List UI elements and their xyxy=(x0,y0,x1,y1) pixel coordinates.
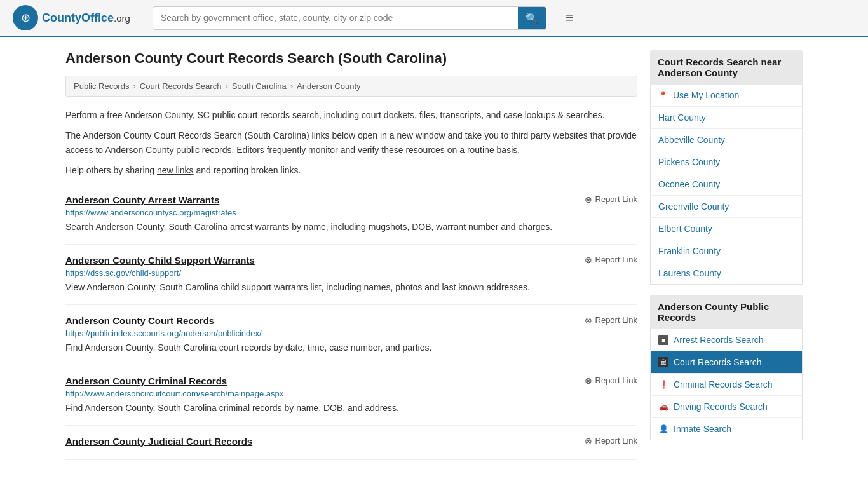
court-records-label: Court Records Search xyxy=(674,357,762,367)
description-para1: Perform a free Anderson County, SC publi… xyxy=(65,108,637,122)
sidebar-item-driving-records[interactable]: 🚗 Driving Records Search xyxy=(651,396,802,418)
description-para3: Help others by sharing new links and rep… xyxy=(65,163,637,177)
court-records-icon: 🏛 xyxy=(658,357,668,367)
report-link-4[interactable]: ⊗ Report Link xyxy=(585,376,637,386)
result-item: Anderson County Criminal Records ⊗ Repor… xyxy=(65,365,637,426)
county-link[interactable]: Franklin County xyxy=(651,240,802,262)
logo-area[interactable]: ⊕ CountyOffice.org xyxy=(13,5,140,30)
result-desc-1: Search Anderson County, South Carolina a… xyxy=(65,220,637,234)
criminal-records-label: Criminal Records Search xyxy=(674,379,773,390)
report-label-1: Report Link xyxy=(595,194,637,204)
driving-records-icon: 🚗 xyxy=(658,402,668,412)
result-title[interactable]: Anderson County Criminal Records xyxy=(65,376,227,386)
logo-brand: CountyOffice xyxy=(42,11,114,24)
report-link-5[interactable]: ⊗ Report Link xyxy=(585,436,637,446)
arrest-records-icon: ■ xyxy=(658,335,668,345)
list-item[interactable]: Laurens County xyxy=(651,262,802,284)
county-link[interactable]: Pickens County xyxy=(651,151,802,173)
breadcrumb-south-carolina[interactable]: South Carolina xyxy=(232,81,287,91)
result-title[interactable]: Anderson County Judicial Court Records xyxy=(65,436,252,447)
result-item: Anderson County Arrest Warrants ⊗ Report… xyxy=(65,184,637,245)
court-records-link[interactable]: 🏛 Court Records Search xyxy=(651,351,802,373)
sidebar-use-location[interactable]: 📍 Use My Location xyxy=(651,85,802,107)
sidebar-item-court-records[interactable]: 🏛 Court Records Search xyxy=(651,351,802,374)
result-url-2[interactable]: https://dss.sc.gov/child-support/ xyxy=(65,268,637,278)
use-location-link[interactable]: 📍 Use My Location xyxy=(651,85,802,106)
menu-icon[interactable]: ≡ xyxy=(566,10,574,26)
result-url-3[interactable]: https://publicindex.sccourts.org/anderso… xyxy=(65,329,637,338)
report-link-2[interactable]: ⊗ Report Link xyxy=(585,255,637,265)
county-link[interactable]: Abbeville County xyxy=(651,129,802,151)
report-icon-5: ⊗ xyxy=(585,436,592,446)
result-desc-2: View Anderson County, South Carolina chi… xyxy=(65,281,637,294)
search-button[interactable]: 🔍 xyxy=(518,7,546,29)
breadcrumb-public-records[interactable]: Public Records xyxy=(74,81,129,91)
report-icon-1: ⊗ xyxy=(585,194,592,205)
result-header: Anderson County Child Support Warrants ⊗… xyxy=(65,255,637,266)
list-item[interactable]: Elbert County xyxy=(651,218,802,240)
breadcrumb-sep-1: › xyxy=(133,81,135,91)
result-title[interactable]: Anderson County Arrest Warrants xyxy=(65,194,219,205)
result-url-4[interactable]: http://www.andersoncircuitcourt.com/sear… xyxy=(65,389,637,398)
sidebar-nearby-title: Court Records Search near Anderson Count… xyxy=(650,50,803,85)
use-location-label: Use My Location xyxy=(673,90,739,100)
inmate-search-link[interactable]: 👤 Inmate Search xyxy=(651,418,802,440)
driving-records-label: Driving Records Search xyxy=(674,402,768,412)
list-item[interactable]: Franklin County xyxy=(651,240,802,262)
result-desc-3: Find Anderson County, South Carolina cou… xyxy=(65,341,637,355)
sidebar-nearby-section: Court Records Search near Anderson Count… xyxy=(650,50,803,285)
arrest-records-link[interactable]: ■ Arrest Records Search xyxy=(651,329,802,351)
breadcrumb-sep-2: › xyxy=(225,81,227,91)
content-area: Anderson County Court Records Search (So… xyxy=(65,50,637,460)
description-para2: The Anderson County Court Records Search… xyxy=(65,128,637,157)
sidebar-public-records-list: ■ Arrest Records Search 🏛 Court Records … xyxy=(650,329,803,440)
driving-records-link[interactable]: 🚗 Driving Records Search xyxy=(651,396,802,417)
report-label-4: Report Link xyxy=(595,376,637,385)
report-icon-2: ⊗ xyxy=(585,255,592,265)
page-title: Anderson County Court Records Search (So… xyxy=(65,50,637,67)
result-header: Anderson County Court Records ⊗ Report L… xyxy=(65,315,637,326)
result-title[interactable]: Anderson County Court Records xyxy=(65,315,214,326)
new-links-link[interactable]: new links xyxy=(157,165,194,175)
list-item[interactable]: Pickens County xyxy=(651,151,802,173)
results-list: Anderson County Arrest Warrants ⊗ Report… xyxy=(65,184,637,460)
list-item[interactable]: Abbeville County xyxy=(651,129,802,151)
report-label-5: Report Link xyxy=(595,436,637,445)
logo-suffix: .org xyxy=(114,13,130,24)
county-link[interactable]: Greenville County xyxy=(651,196,802,217)
para3-suffix: and reporting broken links. xyxy=(194,165,301,175)
list-item[interactable]: Greenville County xyxy=(651,196,802,218)
sidebar-item-arrest-records[interactable]: ■ Arrest Records Search xyxy=(651,329,802,351)
list-item[interactable]: Oconee County xyxy=(651,173,802,196)
result-url-1[interactable]: https://www.andersoncountysc.org/magistr… xyxy=(65,208,637,217)
report-icon-4: ⊗ xyxy=(585,376,592,386)
logo-text: CountyOffice.org xyxy=(42,11,130,25)
result-header: Anderson County Criminal Records ⊗ Repor… xyxy=(65,376,637,386)
list-item[interactable]: Hart County xyxy=(651,107,802,129)
result-header: Anderson County Judicial Court Records ⊗… xyxy=(65,436,637,447)
result-item: Anderson County Child Support Warrants ⊗… xyxy=(65,245,637,305)
report-link-1[interactable]: ⊗ Report Link xyxy=(585,194,637,205)
sidebar-public-records-section: Anderson County Public Records ■ Arrest … xyxy=(650,295,803,440)
sidebar-item-inmate-search[interactable]: 👤 Inmate Search xyxy=(651,418,802,440)
location-pin-icon: 📍 xyxy=(658,91,668,100)
sidebar-nearby-list: 📍 Use My Location Hart County Abbeville … xyxy=(650,85,803,285)
criminal-records-link[interactable]: ❗ Criminal Records Search xyxy=(651,374,802,395)
result-header: Anderson County Arrest Warrants ⊗ Report… xyxy=(65,194,637,205)
main-container: Anderson County Court Records Search (So… xyxy=(53,37,815,473)
breadcrumb-anderson-county[interactable]: Anderson County xyxy=(297,81,360,91)
sidebar: Court Records Search near Anderson Count… xyxy=(650,50,803,460)
county-link[interactable]: Laurens County xyxy=(651,262,802,284)
search-input[interactable] xyxy=(153,8,518,28)
inmate-search-icon: 👤 xyxy=(658,424,668,434)
search-bar[interactable]: 🔍 xyxy=(153,6,546,30)
result-title[interactable]: Anderson County Child Support Warrants xyxy=(65,255,255,266)
sidebar-item-criminal-records[interactable]: ❗ Criminal Records Search xyxy=(651,374,802,396)
county-link[interactable]: Hart County xyxy=(651,107,802,128)
report-link-3[interactable]: ⊗ Report Link xyxy=(585,315,637,325)
criminal-records-icon: ❗ xyxy=(658,379,668,390)
breadcrumb-court-records[interactable]: Court Records Search xyxy=(140,81,222,91)
report-icon-3: ⊗ xyxy=(585,315,592,325)
county-link[interactable]: Oconee County xyxy=(651,173,802,195)
county-link[interactable]: Elbert County xyxy=(651,218,802,240)
